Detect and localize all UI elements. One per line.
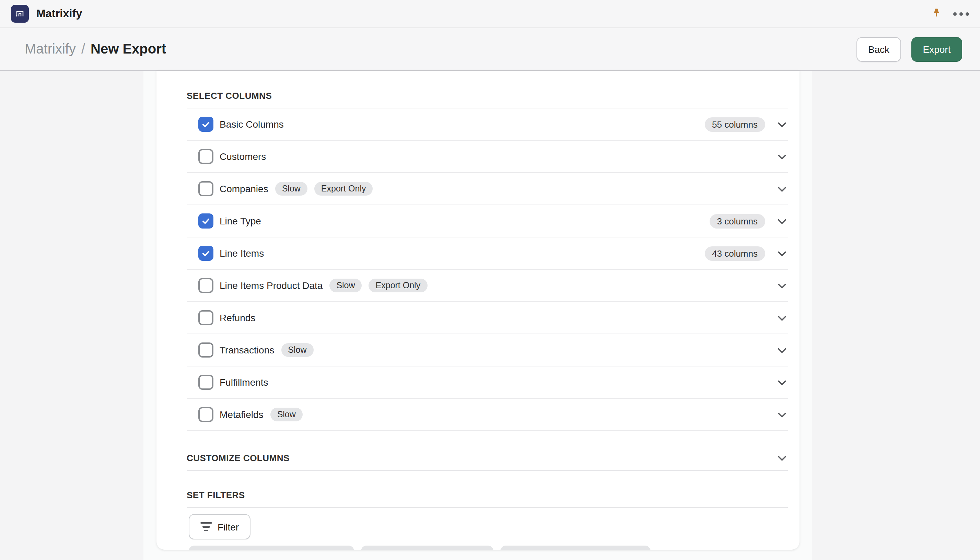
info-badge: Slow	[281, 343, 313, 357]
column-group-row: Line Items43 columns	[187, 237, 788, 270]
pin-icon[interactable]	[930, 7, 943, 20]
checkbox-checked[interactable]	[198, 246, 213, 261]
chevron-down-icon[interactable]	[776, 118, 788, 130]
filter-icon	[200, 522, 212, 532]
matrixify-logo-icon	[11, 5, 29, 23]
select-columns-title: SELECT COLUMNS	[187, 91, 272, 101]
checkbox-unchecked[interactable]	[198, 375, 213, 390]
columns-count-badge: 43 columns	[705, 246, 765, 260]
filter-button-label: Filter	[218, 521, 239, 532]
active-filters: Created At: 2021-08-01 - NowPayment Stat…	[189, 546, 788, 550]
page-header: Matrixify / New Export Back Export	[0, 28, 980, 71]
info-badge: Export Only	[314, 182, 373, 196]
chevron-down-icon[interactable]	[776, 312, 788, 323]
overflow-menu-icon[interactable]	[953, 12, 969, 15]
chevron-down-icon[interactable]	[776, 280, 788, 291]
select-columns-section-header: SELECT COLUMNS	[187, 71, 788, 108]
column-group-label: Refunds	[220, 312, 255, 323]
column-group-row: MetafieldsSlow	[187, 399, 788, 431]
export-options-card: SELECT COLUMNS Basic Columns55 columnsCu…	[157, 71, 800, 550]
column-group-label: Line Items	[220, 248, 264, 259]
filter-chip: Fulfillment Status: Fulfilled	[500, 546, 651, 550]
chevron-down-icon[interactable]	[776, 247, 788, 259]
column-group-label: Basic Columns	[220, 119, 284, 130]
filter-chip: Created At: 2021-08-01 - Now	[189, 546, 354, 550]
content-area: SELECT COLUMNS Basic Columns55 columnsCu…	[0, 71, 980, 560]
info-badge: Slow	[275, 182, 307, 196]
breadcrumb-separator: /	[81, 41, 85, 57]
column-group-label: Companies	[220, 183, 268, 194]
column-group-label: Fulfillments	[220, 377, 268, 388]
filter-chip: Payment Status: Paid	[361, 546, 493, 550]
info-badge: Slow	[270, 408, 303, 422]
columns-count-badge: 55 columns	[705, 117, 765, 132]
column-group-row: Refunds	[187, 302, 788, 334]
filter-button[interactable]: Filter	[189, 514, 250, 539]
breadcrumb[interactable]: Matrixify	[25, 41, 76, 57]
filter-chip-label: Fulfillment Status: Fulfilled	[508, 549, 612, 550]
scroll-panel: SELECT COLUMNS Basic Columns55 columnsCu…	[143, 71, 812, 560]
checkbox-checked[interactable]	[198, 117, 213, 132]
set-filters-section-header: SET FILTERS	[187, 488, 788, 508]
checkbox-checked[interactable]	[198, 213, 213, 228]
column-group-row: Basic Columns55 columns	[187, 108, 788, 141]
checkbox-unchecked[interactable]	[198, 407, 213, 422]
column-group-row: TransactionsSlow	[187, 334, 788, 367]
export-button[interactable]: Export	[912, 37, 962, 62]
column-group-row: Customers	[187, 141, 788, 173]
checkbox-unchecked[interactable]	[198, 181, 213, 196]
checkbox-unchecked[interactable]	[198, 278, 213, 293]
chevron-down-icon[interactable]	[776, 151, 788, 162]
column-group-label: Customers	[220, 151, 266, 162]
customize-columns-title: CUSTOMIZE COLUMNS	[187, 453, 290, 463]
column-group-label: Metafields	[220, 409, 263, 420]
columns-count-badge: 3 columns	[710, 214, 765, 228]
chevron-down-icon[interactable]	[776, 377, 788, 388]
column-group-row: Line Items Product DataSlowExport Only	[187, 270, 788, 302]
column-groups-list: Basic Columns55 columnsCustomersCompanie…	[187, 108, 788, 431]
checkbox-unchecked[interactable]	[198, 310, 213, 325]
column-group-label: Transactions	[220, 345, 274, 355]
set-filters-title: SET FILTERS	[187, 490, 245, 500]
back-button[interactable]: Back	[857, 37, 901, 62]
column-group-row: CompaniesSlowExport Only	[187, 173, 788, 205]
chevron-down-icon[interactable]	[776, 344, 788, 356]
column-group-row: Fulfillments	[187, 367, 788, 399]
info-badge: Export Only	[369, 278, 428, 292]
app-title: Matrixify	[37, 8, 82, 20]
app-window: Matrixify Matrixify / New Export Back Ex…	[0, 0, 980, 560]
column-group-row: Line Type3 columns	[187, 205, 788, 237]
chevron-down-icon[interactable]	[776, 409, 788, 420]
column-group-label: Line Items Product Data	[220, 280, 323, 291]
filter-chip-label: Payment Status: Paid	[368, 549, 454, 550]
info-badge: Slow	[329, 278, 362, 292]
column-group-label: Line Type	[220, 215, 261, 227]
filter-chip-label: Created At: 2021-08-01 - Now	[196, 549, 315, 550]
checkbox-unchecked[interactable]	[198, 342, 213, 358]
chevron-down-icon[interactable]	[776, 215, 788, 227]
top-bar: Matrixify	[0, 0, 980, 28]
checkbox-unchecked[interactable]	[198, 149, 213, 164]
chevron-down-icon[interactable]	[776, 452, 788, 464]
chevron-down-icon[interactable]	[776, 183, 788, 195]
page-title: New Export	[91, 41, 166, 57]
customize-columns-section-header[interactable]: CUSTOMIZE COLUMNS	[187, 452, 788, 471]
